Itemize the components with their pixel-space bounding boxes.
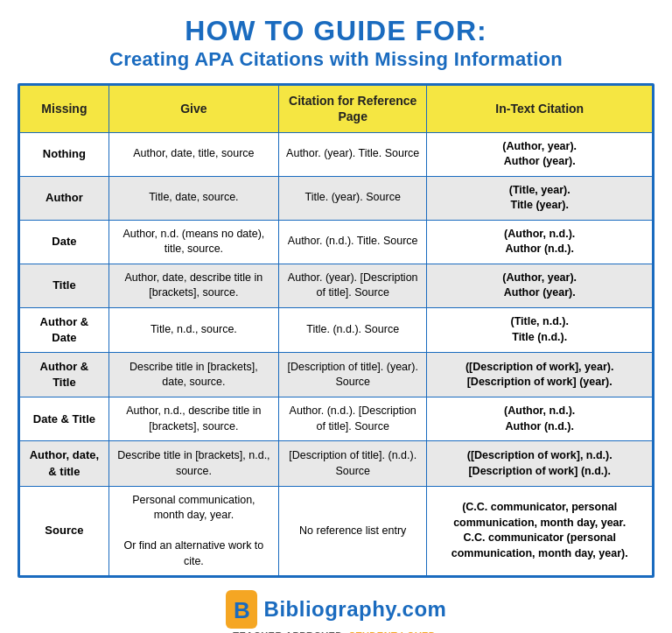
main-title: HOW TO GUIDE FOR: [185, 16, 486, 46]
table-row: SourcePersonal communication, month day,… [20, 486, 653, 576]
cell-intext: (C.C. communicator, personal communicati… [427, 486, 653, 576]
site-name: Bibliography.com [264, 597, 447, 622]
cell-missing: Author & Title [20, 352, 109, 397]
cell-give: Author, n.d. (means no date), title, sou… [108, 220, 278, 264]
col-give: Give [108, 86, 278, 132]
col-intext: In-Text Citation [427, 86, 653, 132]
cell-citation: Author. (n.d.). [Description of title]. … [278, 397, 426, 441]
table-row: Date & TitleAuthor, n.d., describe title… [20, 397, 653, 441]
cell-missing: Title [20, 264, 109, 307]
cell-citation: No reference list entry [278, 486, 426, 576]
table-row: TitleAuthor, date, describe title in [br… [20, 264, 653, 307]
col-citation: Citation for Reference Page [278, 86, 426, 132]
b-icon: B [229, 594, 254, 625]
cell-missing: Nothing [20, 132, 109, 176]
cell-give: Describe title in [brackets], date, sour… [108, 352, 278, 397]
sub-title: Creating APA Citations with Missing Info… [109, 48, 563, 71]
cell-citation: Author. (n.d.). Title. Source [278, 220, 426, 264]
cell-intext: ([Description of work], year). [Descript… [427, 352, 653, 397]
cell-give: Title, n.d., source. [108, 307, 278, 352]
cell-intext: (Title, n.d.). Title (n.d.). [427, 307, 653, 352]
cell-give: Title, date, source. [108, 176, 278, 220]
table-row: Author & TitleDescribe title in [bracket… [20, 352, 653, 397]
cell-intext: (Author, n.d.). Author (n.d.). [427, 220, 653, 264]
cell-missing: Author, date, & title [20, 441, 109, 486]
cell-citation: Title. (n.d.). Source [278, 307, 426, 352]
table-row: DateAuthor, n.d. (means no date), title,… [20, 220, 653, 264]
cell-intext: ([Description of work], n.d.). [Descript… [427, 441, 653, 486]
cell-intext: (Author, year). Author (year). [427, 264, 653, 307]
footer: B Bibliography.com TEACHER APPROVED. STU… [226, 590, 447, 633]
cell-give: Author, date, describe title in [bracket… [108, 264, 278, 307]
table-row: NothingAuthor, date, title, sourceAuthor… [20, 132, 653, 176]
table-row: Author, date, & titleDescribe title in [… [20, 441, 653, 486]
cell-intext: (Author, year). Author (year). [427, 132, 653, 176]
svg-text:B: B [234, 597, 250, 623]
col-missing: Missing [20, 86, 109, 132]
cell-give: Describe title in [brackets], n.d., sour… [108, 441, 278, 486]
cell-citation: Author. (year). Title. Source [278, 132, 426, 176]
footer-logo: B Bibliography.com [226, 590, 447, 629]
cell-intext: (Title, year). Title (year). [427, 176, 653, 220]
cell-citation: [Description of title]. (year). Source [278, 352, 426, 397]
logo-icon: B [226, 590, 257, 629]
cell-citation: [Description of title]. (n.d.). Source [278, 441, 426, 486]
cell-missing: Source [20, 486, 109, 576]
cell-missing: Author [20, 176, 109, 220]
cell-intext: (Author, n.d.). Author (n.d.). [427, 397, 653, 441]
cell-missing: Date & Title [20, 397, 109, 441]
cell-give: Author, date, title, source [108, 132, 278, 176]
table-row: AuthorTitle, date, source.Title. (year).… [20, 176, 653, 220]
apa-guide-table: Missing Give Citation for Reference Page… [18, 83, 654, 578]
cell-give: Author, n.d., describe title in [bracket… [108, 397, 278, 441]
table-row: Author & DateTitle, n.d., source.Title. … [20, 307, 653, 352]
cell-citation: Title. (year). Source [278, 176, 426, 220]
cell-missing: Date [20, 220, 109, 264]
cell-citation: Author. (year). [Description of title]. … [278, 264, 426, 307]
cell-give: Personal communication, month day, year.… [108, 486, 278, 576]
cell-missing: Author & Date [20, 307, 109, 352]
